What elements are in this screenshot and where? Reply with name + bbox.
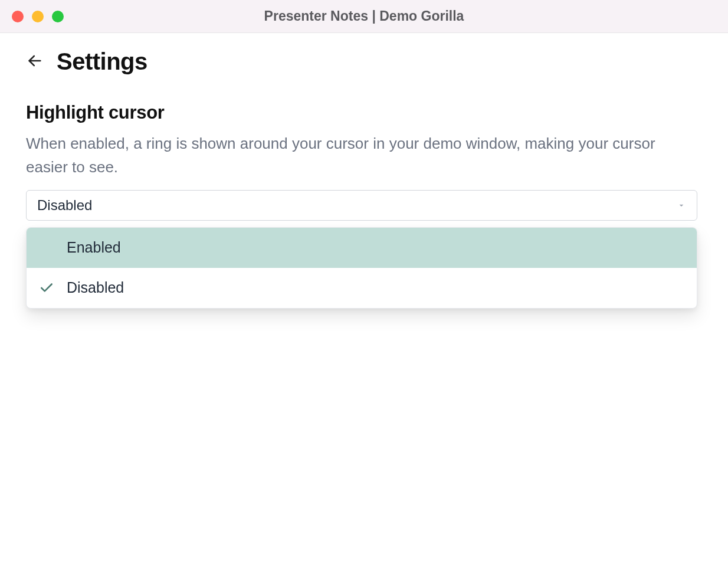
highlight-cursor-select[interactable]: Disabled (26, 190, 697, 221)
option-label: Disabled (67, 279, 124, 296)
page-title: Settings (57, 48, 147, 75)
content-area: Settings Highlight cursor When enabled, … (0, 33, 728, 583)
back-button[interactable] (26, 53, 44, 71)
window-close-button[interactable] (12, 11, 24, 22)
window-title: Presenter Notes | Demo Gorilla (264, 8, 464, 24)
window-maximize-button[interactable] (52, 11, 64, 22)
dropdown-menu: Enabled Disabled (26, 227, 697, 309)
select-value: Disabled (37, 197, 92, 214)
setting-description: When enabled, a ring is shown around you… (26, 132, 675, 179)
option-label: Enabled (67, 239, 121, 256)
titlebar: Presenter Notes | Demo Gorilla (0, 0, 728, 33)
check-icon (38, 280, 55, 296)
setting-title: Highlight cursor (26, 102, 702, 123)
chevron-down-icon (677, 197, 686, 214)
check-slot (38, 240, 55, 256)
dropdown-option-disabled[interactable]: Disabled (27, 268, 697, 308)
window-controls (12, 11, 64, 22)
window-minimize-button[interactable] (32, 11, 44, 22)
arrow-left-icon (27, 53, 43, 71)
page-header: Settings (26, 48, 702, 75)
dropdown-option-enabled[interactable]: Enabled (27, 228, 697, 268)
